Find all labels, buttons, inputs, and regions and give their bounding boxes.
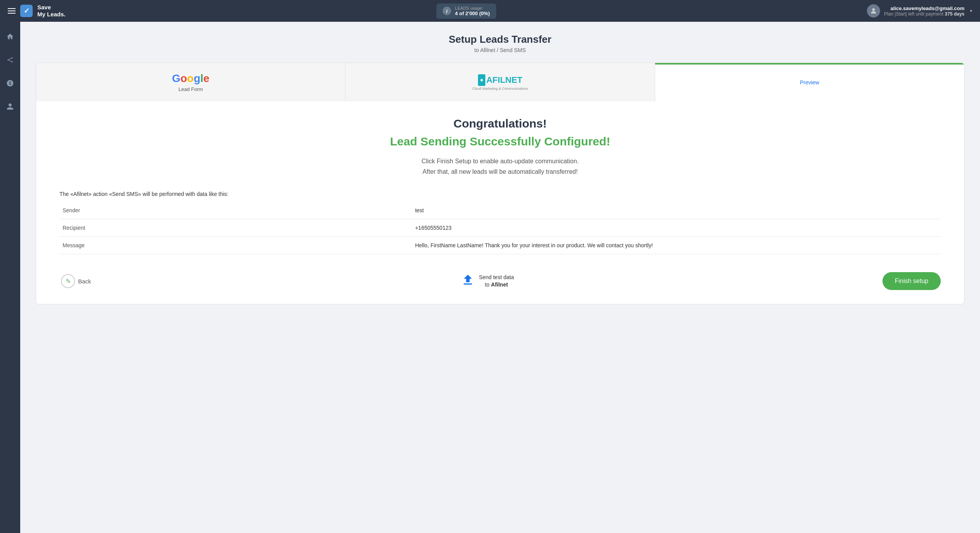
- back-button[interactable]: ✎ Back: [59, 271, 92, 291]
- field-message-label: Message: [59, 237, 412, 254]
- field-recipient-label: Recipient: [59, 219, 412, 237]
- send-test-button[interactable]: Send test data to Afilnet: [455, 270, 520, 292]
- svg-point-2: [11, 57, 12, 58]
- table-row: Recipient +16505550123: [59, 219, 941, 237]
- svg-line-5: [9, 60, 12, 61]
- tab-preview[interactable]: Preview: [655, 63, 964, 101]
- action-info: The «Afilnet» action «Send SMS» will be …: [59, 191, 941, 197]
- field-recipient-value: +16505550123: [412, 219, 941, 237]
- page-title: Setup Leads Transfer: [36, 33, 964, 45]
- table-row: Sender test: [59, 202, 941, 219]
- data-table: Sender test Recipient +16505550123 Messa…: [59, 202, 941, 254]
- svg-point-1: [7, 59, 9, 60]
- user-info: alice.savemyleads@gmail.com Plan |Start|…: [884, 5, 964, 17]
- logo-icon: [20, 5, 33, 17]
- chevron-down-icon[interactable]: ▾: [970, 8, 972, 14]
- svg-point-3: [11, 61, 12, 62]
- bottom-bar: ✎ Back Send test data to Afilnet Fin: [59, 266, 941, 292]
- svg-point-0: [872, 8, 875, 11]
- navbar: Save My Leads. i LEADS usage: 4 of 2'000…: [0, 0, 980, 22]
- upload-icon: [461, 273, 475, 289]
- page-subtitle: to Afilnet / Send SMS: [36, 47, 964, 53]
- afilnet-tagline: Cloud Marketing & Communications: [472, 87, 528, 91]
- info-icon[interactable]: i: [443, 7, 451, 15]
- hamburger-menu[interactable]: [8, 8, 16, 14]
- content-card: Congratulations! Lead Sending Successful…: [36, 101, 964, 304]
- page-title-area: Setup Leads Transfer to Afilnet / Send S…: [36, 33, 964, 53]
- description: Click Finish Setup to enable auto-update…: [59, 156, 941, 177]
- afilnet-logo: ▪ AFILNET Cloud Marketing & Communicatio…: [472, 74, 528, 91]
- tab-google[interactable]: Google Lead Form: [36, 63, 345, 101]
- leads-usage-text: LEADS usage: 4 of 2'000 (0%): [455, 6, 490, 16]
- field-sender-value: test: [412, 202, 941, 219]
- svg-line-4: [9, 58, 12, 59]
- sidebar: [0, 22, 20, 533]
- tabs-card: Google Lead Form ▪ AFILNET Cloud Marketi…: [36, 63, 964, 101]
- logo-text: Save My Leads.: [37, 4, 66, 18]
- congrats-title: Congratulations!: [59, 117, 941, 130]
- table-row: Message Hello, FirstName LastName! Thank…: [59, 237, 941, 254]
- sidebar-item-account[interactable]: [3, 100, 17, 114]
- tab-afilnet[interactable]: ▪ AFILNET Cloud Marketing & Communicatio…: [345, 63, 655, 101]
- tab-preview-label: Preview: [800, 79, 819, 86]
- back-icon: ✎: [61, 274, 75, 288]
- success-title: Lead Sending Successfully Configured!: [59, 135, 941, 148]
- avatar: [867, 4, 880, 17]
- field-sender-label: Sender: [59, 202, 412, 219]
- sidebar-item-connections[interactable]: [3, 53, 17, 67]
- sidebar-item-home[interactable]: [3, 30, 17, 44]
- field-message-value: Hello, FirstName LastName! Thank you for…: [412, 237, 941, 254]
- google-sublabel: Lead Form: [172, 86, 209, 92]
- leads-usage: i LEADS usage: 4 of 2'000 (0%): [436, 3, 496, 19]
- google-logo: Google Lead Form: [172, 72, 209, 92]
- finish-setup-button[interactable]: Finish setup: [882, 272, 941, 290]
- main-content: Setup Leads Transfer to Afilnet / Send S…: [20, 22, 980, 533]
- sidebar-item-billing[interactable]: [3, 76, 17, 90]
